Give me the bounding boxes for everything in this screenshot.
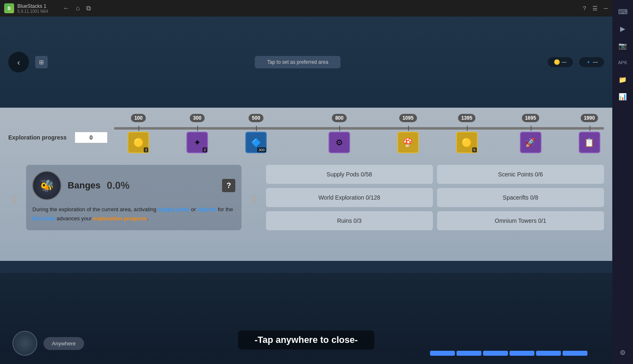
milestone-1990: 1990 [580,114,598,122]
sidebar-stats-icon[interactable]: 📊 [615,89,630,104]
bar-1 [430,351,455,356]
milestone-1395: 1395 [458,114,476,122]
reward-badge-6: 5 [472,147,477,152]
question-button[interactable]: ? [222,179,235,192]
top-center-panel: Tap to set as preferred area [48,56,548,68]
tick-5 [408,126,409,131]
window-nav-controls: ← ⌂ ⧉ [63,5,91,12]
right-sidebar: ⌨ ▶ 📷 APK 📁 📊 ⚙ [612,0,633,364]
reward-icon-6: 🟡 5 [456,132,478,153]
exploration-panel: Exploration progress 0 100 300 500 800 1… [0,108,612,261]
bottom-right-bars [430,351,587,356]
sidebar-play-icon[interactable]: ▶ [615,21,630,36]
app-name: BlueStacks 1 [17,3,46,9]
bar-4 [510,351,534,356]
tick-1 [138,126,139,131]
bottom-left-widget: Anywhere [12,331,84,356]
nav-arrow-left[interactable]: ‹ [8,165,20,230]
tick-2 [197,126,198,131]
menu-icon[interactable]: ☰ [592,5,598,12]
home-icon[interactable]: ⌂ [76,5,80,12]
sidebar-apk-icon[interactable]: APK [615,55,630,70]
bottom-section: ‹ 🐝 Banges 0.0% ? During the exploration… [8,165,604,230]
highlight-first-time: first time [32,215,55,222]
highlight-exploration-progress: exploration progress [93,215,147,222]
tick-7 [531,126,532,131]
back-icon[interactable]: ← [63,5,70,12]
reward-badge-2: 2 [203,147,207,152]
sidebar-folder-icon[interactable]: 📁 [615,72,630,87]
highlight-objects: objects [198,206,217,212]
tap-to-close-text[interactable]: -Tap anywhere to close- [238,330,374,350]
reward-badge-3: 300 [257,147,266,152]
bar-3 [483,351,508,356]
reward-badge-1: 2 [144,147,148,152]
minimize-icon[interactable]: ─ [604,5,608,12]
reward-icon-2: ✦ 2 [186,132,208,153]
sidebar-settings-icon[interactable]: ⚙ [615,345,630,360]
bar-2 [457,351,481,356]
sidebar-camera-icon[interactable]: 📷 [615,38,630,53]
nav-arrow-right[interactable]: › [248,165,259,230]
milestone-100: 100 [131,114,146,122]
progress-section: Exploration progress 0 100 300 500 800 1… [8,114,604,161]
top-title-box: Tap to set as preferred area [255,56,341,68]
highlight-pods: pods [177,206,190,212]
reward-icon-1: 🟡 2 [128,132,149,153]
resource-item-1: 🟡 — [548,57,573,67]
tick-4 [339,126,340,131]
rewards-row: 🟡 2 ✦ 2 🔷 300 ⚙ 🍄 [114,132,604,161]
milestone-800: 800 [332,114,347,122]
tick-6 [467,126,468,131]
back-button[interactable]: ‹ [8,52,29,72]
milestone-500: 500 [249,114,263,122]
app-logo: B [4,3,14,13]
title-bar: B BlueStacks 1 5.9.11.1001 N64 ← ⌂ ⧉ ? ☰… [0,0,633,17]
stat-world-exploration[interactable]: World Exploration 0/128 [266,188,433,207]
character-panel: 🐝 Banges 0.0% ? During the exploration o… [26,165,242,230]
top-game-area: ‹ ⊞ Tap to set as preferred area 🟡 — 🔹 — [0,17,612,108]
stat-omnium-towers[interactable]: Omnium Towers 0/1 [437,211,604,230]
stats-panel: Supply Pods 0/58 Scenic Points 0/6 World… [266,165,604,230]
top-resource-items: 🟡 — 🔹 — [548,57,604,67]
reward-icon-8: 📋 [579,132,600,153]
stat-spacerifts[interactable]: Spacerifts 0/8 [437,188,604,207]
character-name: Banges [68,180,100,191]
stat-scenic-points[interactable]: Scenic Points 0/6 [437,165,604,184]
character-percentage: 0.0% [107,180,130,191]
tick-3 [256,126,257,131]
milestones-row: 100 300 500 800 1095 1395 1695 1990 [114,114,604,126]
character-row: 🐝 Banges 0.0% ? [32,171,235,200]
sidebar-keyboard-icon[interactable]: ⌨ [615,4,630,19]
progress-bar-with-milestones: 100 300 500 800 1095 1395 1695 1990 [114,114,604,161]
map-icon[interactable]: ⊞ [35,56,48,68]
progress-value: 0 [75,132,108,143]
milestone-300: 300 [190,114,205,122]
app-version: 5.9.11.1001 N64 [17,9,55,14]
resource-item-2: 🔹 — [579,57,604,67]
milestone-1695: 1695 [522,114,539,122]
stat-supply-pods[interactable]: Supply Pods 0/58 [266,165,433,184]
widget-avatar [12,331,37,356]
progress-label: Exploration progress [8,134,75,141]
tick-8 [590,126,590,131]
stat-ruins[interactable]: Ruins 0/3 [266,211,433,230]
game-area: ‹ ⊞ Tap to set as preferred area 🟡 — 🔹 —… [0,17,612,364]
reward-icon-3: 🔷 300 [245,132,267,153]
reward-icon-7: 🚀 [520,132,541,153]
bar-5 [536,351,561,356]
progress-bar-track [114,127,604,130]
milestone-1095: 1095 [399,114,417,122]
bottom-overlay: Anywhere -Tap anywhere to close- [0,273,612,364]
help-icon[interactable]: ? [583,5,586,12]
exploration-description: During the exploration of the current ar… [32,205,235,223]
character-avatar: 🐝 [32,171,61,200]
highlight-supply: supply [158,206,175,212]
bar-6 [563,351,587,356]
reward-icon-4: ⚙ [329,132,350,153]
widget-button[interactable]: Anywhere [43,337,84,350]
reward-icon-5: 🍄 [397,132,419,153]
multi-icon[interactable]: ⧉ [86,5,91,12]
